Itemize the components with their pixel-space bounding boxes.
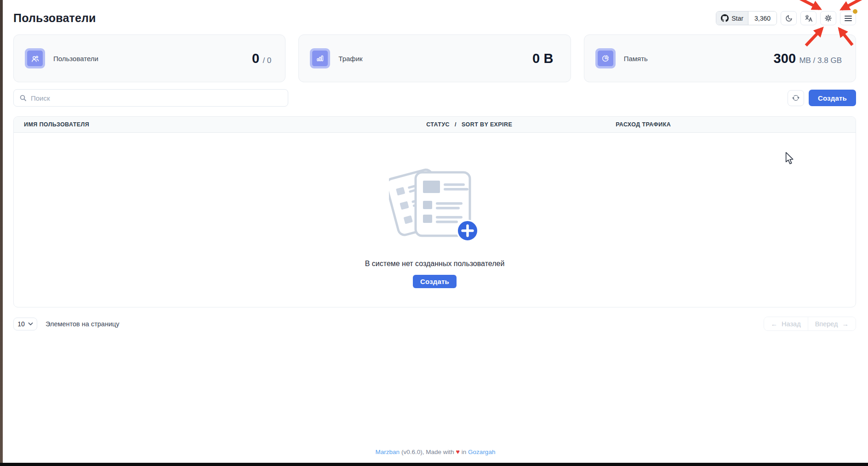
notification-dot: [853, 9, 857, 14]
users-icon: [25, 48, 45, 68]
pagination: 10 Элементов на страницу ← Назад Вперед …: [13, 317, 856, 331]
users-table: ИМЯ ПОЛЬЗОВАТЕЛЯ СТАТУС / SORT BY EXPIRE…: [13, 116, 856, 307]
refresh-button[interactable]: [788, 90, 804, 106]
github-star-badge[interactable]: Star 3,360: [716, 11, 777, 25]
topbar-actions: Star 3,360: [716, 11, 856, 25]
page-size-value: 10: [17, 320, 25, 328]
moon-icon: [785, 15, 793, 22]
sort-by-status[interactable]: СТАТУС: [426, 121, 450, 128]
users-page: Пользователи Star 3,360: [3, 0, 868, 331]
search-box[interactable]: [13, 89, 288, 107]
arrow-left-icon: ←: [771, 320, 778, 328]
footer: Marzban (v0.6.0), Made with ♥ in Gozarga…: [3, 448, 868, 455]
filter-row: Создать: [13, 89, 856, 107]
github-star-button[interactable]: Star: [716, 11, 748, 25]
pie-chart-icon: [595, 48, 616, 68]
plus-icon: [457, 221, 478, 241]
column-header-username[interactable]: ИМЯ ПОЛЬЗОВАТЕЛЯ: [14, 121, 426, 128]
empty-create-button[interactable]: Создать: [413, 275, 457, 288]
filter-actions: Создать: [788, 90, 856, 106]
empty-state-message: В системе нет созданных пользователей: [365, 260, 505, 268]
gear-icon: [824, 14, 832, 22]
footer-in-text: in: [462, 449, 467, 455]
screen-edge-left: [0, 0, 3, 466]
prev-page-button[interactable]: ← Назад: [764, 317, 808, 330]
github-star-count[interactable]: 3,360: [748, 11, 777, 25]
page-title: Пользователи: [13, 11, 96, 25]
marzban-link[interactable]: Marzban: [376, 449, 400, 455]
column-header-traffic[interactable]: РАСХОД ТРАФИКА: [616, 121, 856, 128]
next-page-button[interactable]: Вперед →: [808, 317, 856, 330]
arrow-right-icon: →: [842, 320, 849, 328]
github-star-label: Star: [731, 15, 743, 22]
stat-card-traffic: Трафик 0 B: [298, 34, 571, 82]
topbar: Пользователи Star 3,360: [13, 0, 856, 27]
bar-chart-icon: [310, 48, 330, 68]
menu-button[interactable]: [840, 11, 856, 25]
stat-label: Память: [624, 55, 648, 63]
stat-value: 300 MB / 3.8 GB: [773, 51, 842, 66]
stat-value: 0 B: [532, 51, 557, 66]
sort-by-expire[interactable]: SORT BY EXPIRE: [462, 121, 512, 128]
refresh-icon: [792, 94, 799, 102]
table-header-row: ИМЯ ПОЛЬЗОВАТЕЛЯ СТАТУС / SORT BY EXPIRE…: [14, 117, 856, 133]
footer-version-text: (v0.6.0), Made with: [401, 449, 454, 455]
hamburger-icon: [845, 15, 852, 22]
page-size-label: Элементов на страницу: [46, 320, 120, 328]
language-button[interactable]: [800, 11, 817, 25]
github-icon: [721, 14, 729, 22]
stat-value: 0 / 0: [252, 51, 271, 66]
page-size-select[interactable]: 10: [13, 318, 37, 330]
stat-label: Трафик: [338, 55, 362, 63]
empty-documents-illustration: [389, 159, 481, 243]
settings-button[interactable]: [820, 11, 836, 25]
column-divider: /: [455, 121, 457, 128]
screen-edge-bottom: [0, 463, 868, 466]
translate-icon: [805, 14, 813, 23]
stat-cards: Пользователи 0 / 0 Трафик 0 B: [13, 34, 856, 82]
stat-card-users: Пользователи 0 / 0: [13, 34, 286, 82]
stat-label: Пользователи: [53, 55, 98, 63]
heart-icon: ♥: [456, 448, 460, 455]
gozargah-link[interactable]: Gozargah: [468, 449, 495, 455]
search-input[interactable]: [31, 94, 282, 102]
search-icon: [19, 94, 27, 102]
column-header-status: СТАТУС / SORT BY EXPIRE: [426, 121, 616, 128]
stat-card-memory: Память 300 MB / 3.8 GB: [584, 34, 856, 82]
chevron-down-icon: [28, 322, 33, 326]
pagination-nav: ← Назад Вперед →: [764, 317, 856, 331]
table-empty-state: В системе нет созданных пользователей Со…: [14, 133, 856, 307]
dark-mode-button[interactable]: [781, 11, 797, 25]
create-user-button[interactable]: Создать: [809, 90, 856, 106]
